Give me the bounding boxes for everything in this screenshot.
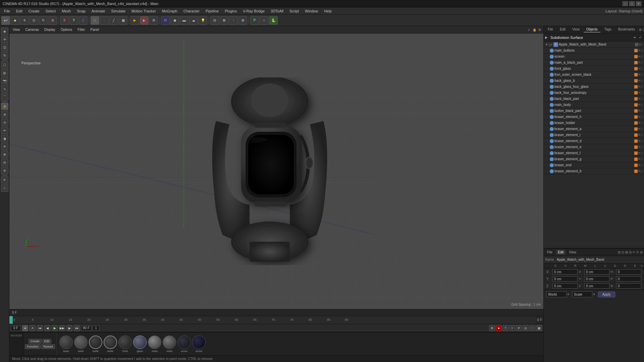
obj-item-braser-b[interactable]: braser_element_b ✕ ⊞ [544,168,644,174]
obj-item-main-body[interactable]: main_body ✕ ⊞ [544,102,644,108]
tool-field[interactable]: ⊚ [1,167,8,174]
obj-item-fron-outer[interactable]: fron_outer_screen_black ✕ ⊞ [544,72,644,78]
mat-create-btn[interactable]: Create [29,339,42,344]
timeline-ruler[interactable]: 0 5 10 15 20 25 30 35 40 45 50 55 60 65 … [13,316,536,324]
menu-help[interactable]: Help [321,8,334,14]
menu-create[interactable]: Create [26,8,42,14]
br-icon-6[interactable]: ↻ [636,250,639,254]
menu-snap[interactable]: Snap [74,8,88,14]
timeline-start-marker[interactable] [9,316,13,324]
menu-file[interactable]: File [1,8,13,14]
obj-item-braser-holder[interactable]: braser_holder ✕ ⊞ [544,120,644,126]
obj-item-main-buttons[interactable]: main_buttons ✕ ⊞ [544,48,644,54]
obj-item-braser-f[interactable]: braser_element_f ✕ ⊞ [544,150,644,156]
material-back1[interactable]: back [59,336,73,353]
coord-y-val2[interactable]: 0 cm [584,276,609,282]
prev-frame-btn[interactable]: ◀ [44,325,50,331]
pb-icon-4[interactable]: + [509,325,515,331]
pb-icon-3[interactable]: ? [502,325,508,331]
scale-select[interactable]: Scale [572,291,592,297]
tool-scale[interactable]: ⊡ [1,44,8,51]
material-butte2[interactable]: butte [104,336,117,353]
menu-window[interactable]: Window [302,8,321,14]
menu-select[interactable]: Select [43,8,59,14]
tool-light[interactable]: ◎ [1,69,8,76]
pb-icon-red[interactable]: ● [496,325,502,331]
tool-camera[interactable]: 📷 [1,77,8,84]
tab-tags[interactable]: Tags [602,27,614,33]
scale-button[interactable]: ⊡ [30,16,38,25]
frame-rate-field[interactable]: 1 [93,325,99,331]
tab-objects[interactable]: Objects [584,27,600,33]
vp-menu-display[interactable]: Display [42,27,57,32]
subdiv-pencil-icon[interactable]: ✏ [633,35,637,40]
tool-rotate[interactable]: ↻ [1,52,8,59]
coord-y-pos[interactable]: 0 cm [552,276,578,282]
obj-item-back-glass-b[interactable]: back_glass_b ✕ ⊞ [544,78,644,84]
pb-icon-1[interactable]: ⚙ [489,325,495,331]
br-icon-1[interactable]: ⊞ [618,250,621,254]
vp-menu-panel[interactable]: Panel [89,27,101,32]
menu-mograph[interactable]: MoGraph [159,8,180,14]
pb-icon-8[interactable]: ▦ [536,325,542,331]
br-tab-edit[interactable]: Edit [556,250,566,255]
python-btn[interactable]: P [250,16,259,25]
obj-item-back-glass-four[interactable]: back_glass_four_glass ✕ ⊞ [544,84,644,90]
maximize-button[interactable]: □ [629,1,635,6]
tab-file[interactable]: File [545,27,556,33]
vp-menu-view[interactable]: View [11,27,22,32]
tool-rigging[interactable]: ⊙ [1,119,8,126]
obj-item-braser-i[interactable]: braser_element_i ✕ ⊞ [544,132,644,138]
apply-button[interactable]: Apply [598,292,615,297]
tool-active[interactable]: ⊕ [1,103,8,110]
world-select[interactable]: World [546,291,567,297]
obj-item-braser-h[interactable]: braser_element_h ✕ ⊞ [544,114,644,120]
menu-mesh[interactable]: Mesh [59,8,73,14]
new-material-btn[interactable]: M [161,16,170,25]
goto-end-btn[interactable]: ⏭ [74,325,80,331]
tool-cube[interactable]: □ [1,61,8,68]
subdiv-fold-icon[interactable]: ▶ [545,36,548,39]
menu-simulate[interactable]: Simulate [108,8,128,14]
br-icon-3[interactable]: ⊠ [625,250,628,254]
current-frame-field[interactable]: 0 F [11,325,21,331]
material-scree2[interactable]: scree [192,336,206,353]
snap-btn[interactable]: ⊟ [210,16,219,25]
move-button[interactable]: ✛ [20,16,29,25]
menu-script[interactable]: Script [287,8,302,14]
subdiv-checkmark-icon[interactable]: ✓ [638,35,643,40]
tool-deform[interactable]: ⊘ [1,111,8,118]
right-icon-1[interactable]: ⊞ [639,28,642,32]
next-frame-btn[interactable]: ▶ [66,325,72,331]
br-tab-view[interactable]: View [567,250,578,255]
obj-item-front-glass[interactable]: front_glass ✕ ⊞ [544,66,644,72]
obj-item-main-a-black-part[interactable]: main_a_black_part ✕ ⊞ [544,60,644,66]
material-meta2[interactable]: meta [163,336,176,353]
mat-texture-btn[interactable]: Texture [41,344,55,349]
menu-edit[interactable]: Edit [13,8,25,14]
obj-item-back-black-part[interactable]: back_black_part ✕ ⊞ [544,96,644,102]
coord-x-val2[interactable]: 0 cm [584,269,609,275]
br-icon-2[interactable]: ⊡ [622,250,624,254]
tool-spline[interactable]: ∿ [1,85,8,93]
obj-item-braser-d[interactable]: braser_element_d ✕ ⊞ [544,138,644,144]
obj-item-braser-e[interactable]: braser_element_e ✕ ⊞ [544,144,644,150]
tool-paint[interactable]: ✏ [1,127,8,134]
python2-btn[interactable]: 🐍 [269,16,278,25]
coord-z-val2[interactable]: 0 cm [584,283,609,289]
floor-btn[interactable]: ▬ [180,16,189,25]
br-icon-5[interactable]: ✏ [633,250,635,254]
obj-item-apple-watch-group[interactable]: ▼ L0 G Apple_Watch_with_Mesh_Band ✕ • [544,42,644,48]
sky-btn[interactable]: ☁ [189,16,198,25]
play-reverse-btn[interactable]: ▶▶ [59,325,65,331]
obj-item-back-four-aniso[interactable]: back_four_anisotropy ✕ ⊞ [544,90,644,96]
end-frame-field[interactable]: 90 F [81,325,91,331]
material-butte1[interactable]: butte [89,336,102,353]
menu-character[interactable]: Character [181,8,202,14]
light-btn[interactable]: 💡 [199,16,207,25]
menu-motion-tracker[interactable]: Motion Tracker [129,8,159,14]
tool-effector[interactable]: ⊟ [1,159,8,166]
vp-expand-icon[interactable]: ⤢ [527,27,531,32]
snap3-btn[interactable]: ⋮ [229,16,238,25]
vp-lock-icon[interactable]: 🔒 [532,27,537,32]
